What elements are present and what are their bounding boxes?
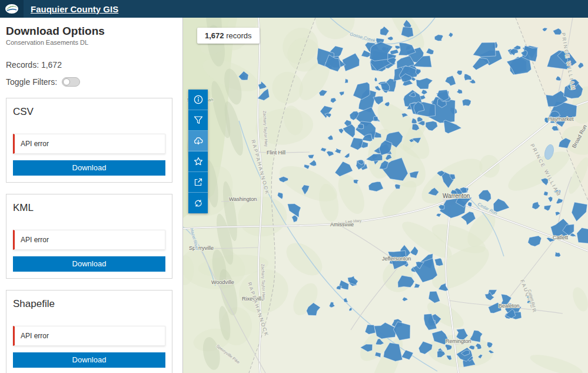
kml-download-button[interactable]: Download bbox=[13, 256, 165, 272]
map-toolbar bbox=[188, 90, 208, 213]
svg-text:Flint Hill: Flint Hill bbox=[267, 150, 285, 156]
county-logo bbox=[0, 0, 24, 18]
download-button[interactable] bbox=[188, 131, 208, 151]
filter-button[interactable] bbox=[188, 110, 208, 131]
toggle-filters-switch[interactable] bbox=[62, 77, 80, 87]
export-button[interactable] bbox=[188, 172, 208, 193]
csv-card-title: CSV bbox=[13, 106, 165, 118]
csv-card: CSV API error Download bbox=[6, 98, 172, 183]
info-button[interactable] bbox=[188, 90, 208, 110]
svg-text:Catlett: Catlett bbox=[553, 235, 569, 240]
download-icon bbox=[193, 136, 204, 146]
records-badge-label: records bbox=[224, 31, 252, 40]
svg-text:Warrenton: Warrenton bbox=[443, 193, 470, 199]
records-badge-count: 1,672 bbox=[205, 31, 224, 40]
shapefile-download-button[interactable]: Download bbox=[13, 352, 165, 368]
map-image[interactable]: ShenandoahNationalParkFlint HillWashingt… bbox=[183, 18, 588, 373]
map-canvas[interactable]: ShenandoahNationalParkFlint HillWashingt… bbox=[183, 18, 588, 373]
kml-card: KML API error Download bbox=[6, 194, 172, 279]
kml-card-title: KML bbox=[13, 202, 165, 214]
panel-title: Download Options bbox=[6, 25, 172, 38]
svg-text:Sperryville: Sperryville bbox=[189, 245, 214, 251]
app-title-link[interactable]: Fauquier County GIS bbox=[31, 4, 118, 14]
shapefile-error-message: API error bbox=[13, 326, 165, 346]
svg-text:Remington: Remington bbox=[446, 338, 471, 344]
info-icon bbox=[193, 94, 204, 105]
svg-text:Haymarket: Haymarket bbox=[548, 116, 574, 122]
shapefile-card-title: Shapefile bbox=[13, 298, 165, 310]
app-header: Fauquier County GIS bbox=[0, 0, 588, 18]
toggle-knob bbox=[63, 78, 70, 85]
county-logo-icon bbox=[4, 3, 19, 15]
filter-icon bbox=[193, 115, 204, 126]
download-panel: Download Options Conservation Easements … bbox=[0, 18, 183, 373]
kml-error-message: API error bbox=[13, 230, 165, 250]
svg-text:Bealeton: Bealeton bbox=[499, 303, 520, 309]
svg-text:Washington: Washington bbox=[229, 196, 257, 202]
csv-download-button[interactable]: Download bbox=[13, 160, 165, 176]
csv-error-message: API error bbox=[13, 134, 165, 154]
sync-icon bbox=[193, 198, 204, 209]
records-count: Records: 1,672 bbox=[6, 60, 172, 70]
svg-text:Woodville: Woodville bbox=[211, 279, 234, 285]
svg-text:Jeffersonton: Jeffersonton bbox=[382, 256, 411, 262]
panel-subtitle: Conservation Easements DL bbox=[6, 39, 172, 46]
export-icon bbox=[193, 177, 204, 187]
shapefile-card: Shapefile API error Download bbox=[6, 290, 172, 373]
favorites-button[interactable] bbox=[188, 151, 208, 172]
sync-button[interactable] bbox=[188, 193, 208, 213]
star-icon bbox=[193, 156, 204, 167]
toggle-filters-label: Toggle Filters: bbox=[6, 77, 57, 87]
records-badge: 1,672 records bbox=[197, 28, 260, 44]
